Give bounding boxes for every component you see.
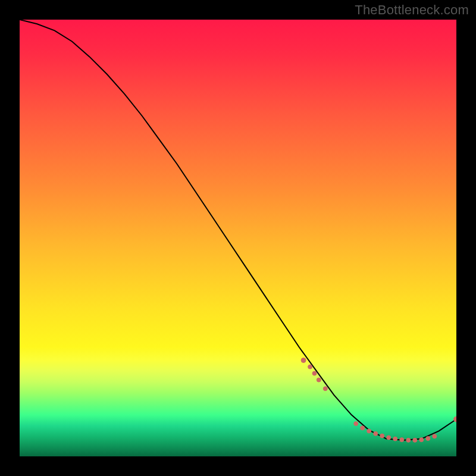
- chart-container: TheBottleneck.com: [0, 0, 476, 476]
- highlight-dot: [406, 438, 411, 442]
- highlight-dot: [374, 431, 378, 436]
- plot-area: [20, 20, 456, 456]
- highlight-dot: [413, 438, 417, 442]
- highlight-dot: [301, 358, 306, 363]
- bottleneck-curve: [20, 20, 456, 440]
- highlight-dot: [317, 378, 321, 382]
- highlight-dot: [354, 422, 358, 426]
- highlight-points: [301, 358, 456, 443]
- curve-svg: [20, 20, 456, 456]
- watermark-text: TheBottleneck.com: [355, 2, 469, 18]
- highlight-dot: [433, 434, 437, 439]
- highlight-dot: [426, 436, 430, 440]
- highlight-dot: [400, 438, 404, 442]
- highlight-dot: [419, 438, 424, 442]
- highlight-dot: [454, 416, 457, 422]
- highlight-dot: [308, 365, 312, 369]
- highlight-dot: [380, 434, 384, 438]
- highlight-dot: [323, 387, 327, 391]
- highlight-dot: [312, 371, 317, 375]
- highlight-dot: [361, 426, 365, 430]
- highlight-dot: [367, 429, 371, 433]
- highlight-dot: [393, 437, 397, 441]
- highlight-dot: [387, 436, 391, 440]
